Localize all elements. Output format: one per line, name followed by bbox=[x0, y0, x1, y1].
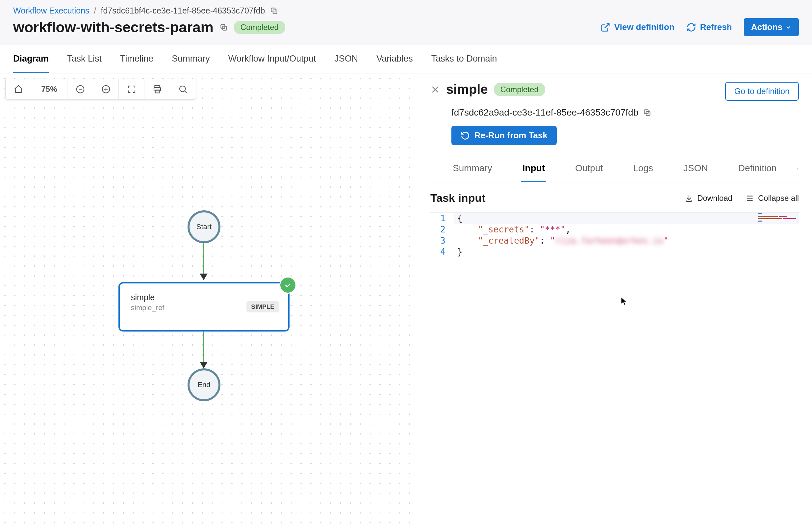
arrowhead-icon bbox=[200, 362, 208, 368]
panel-tab-logs[interactable]: Logs bbox=[632, 160, 654, 182]
refresh-button[interactable]: Refresh bbox=[686, 22, 732, 32]
tab-variables[interactable]: Variables bbox=[376, 44, 413, 73]
panel-tab-summary[interactable]: Summary bbox=[451, 160, 494, 182]
task-ref: simple_ref bbox=[131, 304, 259, 312]
code-token: "***" bbox=[540, 225, 565, 234]
collapse-all-button[interactable]: Collapse all bbox=[745, 194, 799, 203]
line-number: 3 bbox=[430, 235, 454, 246]
task-status-badge: Completed bbox=[494, 83, 545, 96]
node-start[interactable]: Start bbox=[188, 210, 220, 243]
panel-tab-input[interactable]: Input bbox=[521, 160, 546, 182]
code-token: { bbox=[457, 213, 463, 223]
view-definition-button[interactable]: View definition bbox=[600, 22, 675, 32]
chevron-right-icon[interactable] bbox=[786, 162, 799, 176]
section-title-task-input: Task input bbox=[430, 192, 485, 205]
node-end[interactable]: End bbox=[188, 368, 220, 401]
node-task-simple[interactable]: simple simple_ref SIMPLE bbox=[118, 282, 290, 332]
breadcrumb-root[interactable]: Workflow Executions bbox=[13, 6, 89, 15]
close-icon[interactable] bbox=[430, 85, 440, 95]
go-to-definition-button[interactable]: Go to definition bbox=[725, 82, 799, 101]
tab-workflow-io[interactable]: Workflow Input/Output bbox=[228, 44, 316, 73]
arrowhead-icon bbox=[200, 274, 208, 280]
task-detail-panel: simple Completed Go to definition fd7sdc… bbox=[417, 73, 812, 532]
copy-title-icon[interactable] bbox=[219, 23, 228, 32]
code-token: "_secrets" bbox=[478, 225, 530, 234]
download-label: Download bbox=[697, 194, 733, 203]
copy-icon[interactable] bbox=[270, 6, 278, 15]
breadcrumb-sep: / bbox=[94, 6, 97, 15]
tab-json[interactable]: JSON bbox=[334, 44, 358, 73]
tab-task-list[interactable]: Task List bbox=[67, 44, 102, 73]
panel-tab-definition[interactable]: Definition bbox=[737, 160, 778, 182]
edge-start-task bbox=[203, 243, 204, 278]
breadcrumb-execution-id: fd7sdc61bf4c-ce3e-11ef-85ee-46353c707fdb bbox=[101, 6, 265, 15]
task-panel-title: simple bbox=[446, 82, 488, 97]
node-start-label: Start bbox=[197, 223, 212, 231]
task-name: simple bbox=[131, 293, 259, 302]
tab-diagram[interactable]: Diagram bbox=[13, 44, 49, 73]
actions-label: Actions bbox=[751, 22, 782, 32]
code-token: " bbox=[663, 236, 669, 246]
code-token: "_createdBy" bbox=[478, 236, 540, 246]
line-number: 4 bbox=[430, 246, 454, 257]
refresh-label: Refresh bbox=[700, 22, 732, 32]
line-number: 2 bbox=[430, 224, 454, 235]
redacted-value: riza.farheen@orkes.io bbox=[555, 236, 663, 246]
task-id: fd7sdc62a9ad-ce3e-11ef-85ee-46353c707fdb bbox=[451, 107, 638, 118]
download-button[interactable]: Download bbox=[685, 194, 733, 203]
code-token: : bbox=[540, 236, 550, 246]
collapse-all-label: Collapse all bbox=[758, 194, 799, 203]
panel-tab-json[interactable]: JSON bbox=[682, 160, 709, 182]
main-tabs: Diagram Task List Timeline Summary Workf… bbox=[0, 44, 812, 73]
code-token: : bbox=[530, 225, 540, 234]
line-number: 1 bbox=[430, 213, 454, 224]
node-end-label: End bbox=[198, 381, 210, 389]
code-token: } bbox=[457, 247, 463, 257]
actions-button[interactable]: Actions bbox=[744, 18, 799, 36]
task-type-chip: SIMPLE bbox=[246, 301, 279, 312]
check-icon bbox=[280, 278, 295, 293]
panel-tab-output[interactable]: Output bbox=[574, 160, 604, 182]
workflow-status-badge: Completed bbox=[234, 21, 285, 34]
rerun-from-task-button[interactable]: Re-Run from Task bbox=[451, 126, 557, 145]
tab-timeline[interactable]: Timeline bbox=[120, 44, 153, 73]
page-title: workflow-with-secrets-param bbox=[13, 19, 214, 36]
code-token: , bbox=[566, 225, 571, 234]
panel-tabs: Summary Input Output Logs JSON Definitio… bbox=[430, 160, 799, 182]
rerun-label: Re-Run from Task bbox=[475, 130, 548, 141]
code-token: " bbox=[550, 236, 555, 246]
cursor-icon bbox=[621, 297, 627, 306]
json-code-viewer[interactable]: 1 { 2 "_secrets": "***", 3 "_createdBy":… bbox=[430, 212, 799, 257]
tab-summary[interactable]: Summary bbox=[172, 44, 210, 73]
minimap[interactable] bbox=[756, 213, 799, 222]
tab-tasks-to-domain[interactable]: Tasks to Domain bbox=[431, 44, 497, 73]
copy-task-id-icon[interactable] bbox=[643, 108, 651, 117]
diagram-canvas[interactable]: 75% Start bbox=[0, 73, 417, 532]
view-definition-label: View definition bbox=[614, 22, 675, 32]
